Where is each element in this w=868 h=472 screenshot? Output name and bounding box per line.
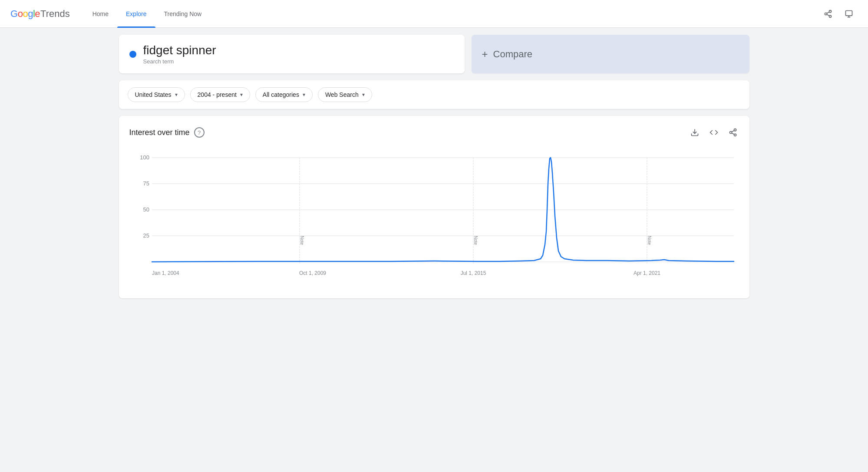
term-info: fidget spinner Search term xyxy=(143,43,216,65)
embed-button[interactable] xyxy=(708,126,720,139)
svg-text:Note: Note xyxy=(299,236,304,245)
download-button[interactable] xyxy=(689,126,701,139)
svg-line-3 xyxy=(827,14,829,16)
filter-region[interactable]: United States ▾ xyxy=(128,87,185,102)
chart-title: Interest over time xyxy=(129,128,190,137)
svg-text:Jul 1, 2015: Jul 1, 2015 xyxy=(460,270,486,276)
compare-plus-icon: + xyxy=(482,48,488,60)
svg-point-0 xyxy=(829,10,832,12)
svg-text:Apr 1, 2021: Apr 1, 2021 xyxy=(633,270,660,276)
svg-text:Jan 1, 2004: Jan 1, 2004 xyxy=(152,270,179,276)
svg-rect-5 xyxy=(846,10,852,16)
svg-text:100: 100 xyxy=(140,154,149,161)
nav-home[interactable]: Home xyxy=(84,0,117,28)
nav-trending-now[interactable]: Trending Now xyxy=(155,0,211,28)
chevron-down-icon: ▾ xyxy=(175,92,178,98)
google-logo: Google xyxy=(10,8,40,20)
compare-label: Compare xyxy=(493,49,532,60)
main-content: fidget spinner Search term + Compare Uni… xyxy=(109,28,760,305)
term-name: fidget spinner xyxy=(143,43,216,57)
svg-point-10 xyxy=(729,132,732,134)
svg-line-13 xyxy=(732,130,734,132)
nav-explore[interactable]: Explore xyxy=(117,0,155,28)
search-term-card: fidget spinner Search term xyxy=(119,35,465,73)
filters-row: United States ▾ 2004 - present ▾ All cat… xyxy=(119,80,749,109)
help-icon[interactable]: ? xyxy=(194,127,205,138)
header-actions xyxy=(819,5,858,23)
term-dot xyxy=(129,51,136,58)
filter-region-label: United States xyxy=(135,91,172,98)
svg-text:50: 50 xyxy=(143,206,149,213)
svg-point-9 xyxy=(734,129,736,131)
svg-text:25: 25 xyxy=(143,232,149,239)
embed-icon xyxy=(710,128,718,137)
filter-time[interactable]: 2004 - present ▾ xyxy=(190,87,250,102)
filter-category-label: All categories xyxy=(263,91,299,98)
download-icon xyxy=(690,128,699,137)
share-button[interactable] xyxy=(819,5,837,23)
app-header: Google Trends Home Explore Trending Now xyxy=(0,0,868,28)
search-compare-row: fidget spinner Search term + Compare xyxy=(119,35,749,73)
trends-logo-text: Trends xyxy=(40,8,70,20)
interest-chart-svg: 100 75 50 25 Note Note Note xyxy=(129,149,739,288)
feedback-icon xyxy=(845,10,853,18)
filter-time-label: 2004 - present xyxy=(198,91,237,98)
chevron-down-icon: ▾ xyxy=(303,92,305,98)
chart-header: Interest over time ? xyxy=(129,126,739,139)
share-icon xyxy=(824,10,832,18)
svg-line-4 xyxy=(827,12,829,13)
svg-text:Oct 1, 2009: Oct 1, 2009 xyxy=(299,270,326,276)
chart-share-button[interactable] xyxy=(727,126,739,139)
logo-link[interactable]: Google Trends xyxy=(10,8,70,20)
svg-text:Note: Note xyxy=(473,236,478,245)
chart-title-row: Interest over time ? xyxy=(129,127,205,138)
filter-category[interactable]: All categories ▾ xyxy=(255,87,313,102)
svg-point-1 xyxy=(825,13,827,15)
chart-share-icon xyxy=(729,128,737,137)
svg-point-2 xyxy=(829,15,832,17)
chevron-down-icon: ▾ xyxy=(240,92,243,98)
filter-search-type-label: Web Search xyxy=(325,91,359,98)
interest-over-time-card: Interest over time ? xyxy=(119,116,749,298)
chevron-down-icon: ▾ xyxy=(362,92,365,98)
filter-search-type[interactable]: Web Search ▾ xyxy=(318,87,372,102)
chart-area: 100 75 50 25 Note Note Note xyxy=(129,149,739,288)
main-nav: Home Explore Trending Now xyxy=(84,0,819,28)
svg-point-11 xyxy=(734,134,736,136)
chart-actions xyxy=(689,126,739,139)
svg-text:Note: Note xyxy=(647,236,651,245)
svg-text:75: 75 xyxy=(143,180,149,187)
compare-card[interactable]: + Compare xyxy=(472,35,749,73)
svg-line-12 xyxy=(732,133,734,134)
term-type: Search term xyxy=(143,58,216,65)
feedback-button[interactable] xyxy=(840,5,858,23)
